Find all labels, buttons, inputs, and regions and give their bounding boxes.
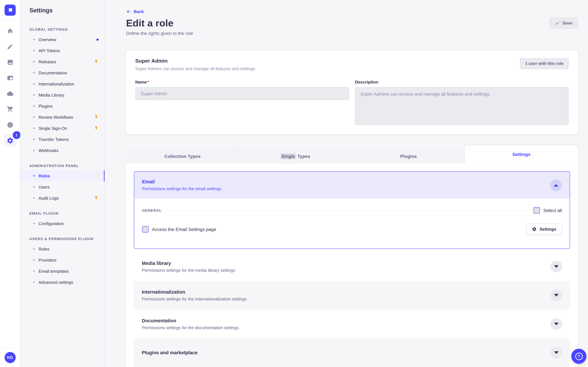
bullet-icon <box>33 39 35 40</box>
page-subtitle: Define the rights given to the role <box>126 31 578 36</box>
role-description: Super Admins can access and manage all f… <box>135 66 256 71</box>
bolt-icon <box>94 59 99 64</box>
role-card: Super Admin Super Admins can access and … <box>126 51 578 134</box>
select-all-row[interactable]: Select all <box>533 207 562 214</box>
rail-item-info[interactable] <box>2 117 18 133</box>
accordion-email-body: GENERAL Select all Access the Email Sett… <box>134 199 570 249</box>
accordion-documentation[interactable]: Documentation Permissions settings for t… <box>134 309 570 338</box>
help-button[interactable]: ? <box>571 349 586 364</box>
bullet-icon <box>33 248 35 250</box>
notification-dot-icon <box>96 38 99 41</box>
sidebar-item-releases[interactable]: Releases <box>20 56 104 67</box>
check-icon <box>535 208 539 213</box>
section-header: GLOBAL SETTINGS <box>20 27 104 31</box>
bullet-icon <box>33 105 35 107</box>
strapi-logo[interactable] <box>4 5 16 16</box>
select-all-checkbox[interactable] <box>533 207 540 214</box>
rail-item-home[interactable] <box>2 23 18 39</box>
bullet-icon <box>33 186 35 188</box>
page-title: Edit a role <box>126 17 173 29</box>
rail-bottom: KD <box>0 348 20 367</box>
expand-button[interactable] <box>550 261 562 272</box>
sidebar-item-configuration[interactable]: Configuration <box>20 218 104 229</box>
bullet-icon <box>33 270 35 272</box>
bullet-icon <box>33 282 35 283</box>
sidebar-item-overview[interactable]: Overview <box>20 34 104 45</box>
info-icon <box>7 122 13 128</box>
sidebar-item-up-roles[interactable]: Roles <box>20 243 104 254</box>
expand-button[interactable] <box>550 289 562 301</box>
accordion-email: Email Permissions settings for the email… <box>134 171 570 249</box>
bullet-icon <box>33 94 35 96</box>
collapse-button[interactable] <box>550 179 562 191</box>
general-section-label: GENERAL <box>142 209 162 212</box>
bullet-icon <box>33 139 35 140</box>
chevron-down-icon <box>554 294 559 297</box>
accordion-subtitle: Permissions settings for the email setti… <box>142 186 222 191</box>
pen-icon <box>7 43 13 50</box>
access-email-settings-checkbox[interactable] <box>142 226 149 233</box>
expand-button[interactable] <box>550 347 562 359</box>
check-icon <box>555 21 559 25</box>
bullet-icon <box>33 175 35 176</box>
access-email-settings-row[interactable]: Access the Email Settings page <box>142 226 216 233</box>
description-label: Description <box>355 80 569 84</box>
sidebar-item-webhooks[interactable]: Webhooks <box>20 145 104 156</box>
arrow-left-icon <box>126 9 131 14</box>
sidebar-item-internationalization[interactable]: Internationalization <box>20 78 104 89</box>
tab-plugins[interactable]: Plugins <box>352 149 465 163</box>
bullet-icon <box>33 61 35 62</box>
question-mark-icon: ? <box>575 352 583 360</box>
description-field-group: Description Super Admins can access and … <box>355 80 569 126</box>
tab-settings[interactable]: Settings <box>465 145 578 163</box>
chevron-down-icon <box>554 265 559 268</box>
sidebar-item-providers[interactable]: Providers <box>20 254 104 266</box>
sidebar-item-documentation[interactable]: Documentation <box>20 67 104 78</box>
sidebar-item-users[interactable]: Users <box>20 181 104 192</box>
bolt-icon <box>94 115 99 119</box>
sidebar-item-plugins[interactable]: Plugins <box>20 100 104 112</box>
name-field-group: Name* <box>135 80 349 126</box>
gear-icon <box>532 227 536 232</box>
save-button[interactable]: Save <box>549 17 578 29</box>
bolt-icon <box>94 126 99 131</box>
sidebar-item-email-templates[interactable]: Email templates <box>20 266 104 277</box>
sidebar-item-media-library[interactable]: Media Library <box>20 89 104 100</box>
sidebar-item-audit-logs[interactable]: Audit Logs <box>20 192 104 204</box>
app-rail: 1 KD <box>0 0 20 367</box>
user-avatar[interactable]: KD <box>4 352 16 363</box>
section-header: USERS & PERMISSIONS PLUGIN <box>20 237 104 241</box>
section-administration-panel: ADMINISTRATION PANEL Roles Users Audit L… <box>20 164 104 204</box>
rail-item-content-builder[interactable] <box>2 70 18 86</box>
rail-item-marketplace[interactable] <box>2 101 18 117</box>
notification-count-badge: 1 <box>13 131 20 139</box>
email-settings-button[interactable]: Settings <box>526 224 562 235</box>
cloud-icon <box>7 90 13 97</box>
sidebar-item-review-workflows[interactable]: Review Workflows <box>20 112 104 123</box>
rail-item-media-library[interactable] <box>2 54 18 70</box>
bolt-icon <box>94 196 99 200</box>
rail-item-content-manager[interactable] <box>2 39 18 54</box>
rail-item-settings[interactable]: 1 <box>2 133 18 149</box>
sidebar-item-transfer-tokens[interactable]: Transfer Tokens <box>20 134 104 145</box>
sidebar-item-advanced-settings[interactable]: Advanced settings <box>20 277 104 288</box>
settings-active-background: 1 <box>3 134 17 147</box>
accordion-email-header[interactable]: Email Permissions settings for the email… <box>134 172 570 199</box>
tab-collection-types[interactable]: Collection Types <box>126 149 239 163</box>
accordion-media-library[interactable]: Media library Permissions settings for t… <box>134 252 570 281</box>
chevron-up-icon <box>554 184 558 186</box>
back-link[interactable]: Back <box>126 9 144 14</box>
accordion-plugins-marketplace[interactable]: Plugins and marketplace <box>134 338 570 367</box>
users-with-role-button[interactable]: 1 user with this role <box>520 58 569 69</box>
chevron-down-icon <box>554 323 559 325</box>
permissions-tabs: Collection Types SingleTypes Plugins Set… <box>126 145 578 163</box>
accordion-internationalization[interactable]: Internationalization Permissions setting… <box>134 281 570 309</box>
sidebar-item-roles[interactable]: Roles <box>20 170 104 181</box>
sidebar-item-single-sign-on[interactable]: Single Sign-On <box>20 123 104 134</box>
section-users-permissions-plugin: USERS & PERMISSIONS PLUGIN Roles Provide… <box>20 237 104 288</box>
sidebar-item-api-tokens[interactable]: API Tokens <box>20 45 104 56</box>
expand-button[interactable] <box>550 318 562 330</box>
strapi-settings-page: 1 KD Settings GLOBAL SETTINGS Overview A… <box>0 0 588 367</box>
tab-single-types[interactable]: SingleTypes <box>239 149 352 163</box>
rail-item-cloud[interactable] <box>2 86 18 101</box>
